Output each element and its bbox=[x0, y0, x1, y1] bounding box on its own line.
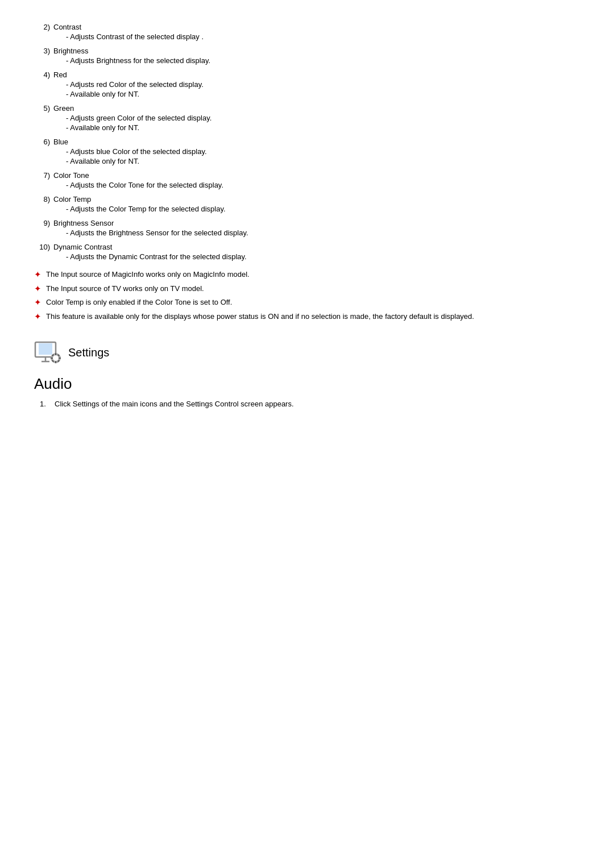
sub-item: - Available only for NT. bbox=[66, 90, 580, 98]
settings-icon bbox=[34, 339, 61, 366]
audio-title: Audio bbox=[34, 375, 580, 393]
step-list: 1.Click Settings of the main icons and t… bbox=[40, 400, 580, 408]
item-title: Green bbox=[53, 104, 74, 113]
sub-item: - Adjusts the Color Temp for the selecte… bbox=[66, 205, 580, 213]
item-title: Color Temp bbox=[53, 195, 91, 203]
item-number: 4) bbox=[34, 70, 50, 79]
note-text: This feature is available only for the d… bbox=[46, 311, 474, 322]
numbered-item: 8)Color Temp- Adjusts the Color Temp for… bbox=[34, 195, 580, 213]
settings-section: Settings Audio 1.Click Settings of the m… bbox=[34, 339, 580, 408]
numbered-item: 2)Contrast- Adjusts Contrast of the sele… bbox=[34, 23, 580, 41]
sub-item: - Adjusts red Color of the selected disp… bbox=[66, 80, 580, 89]
note-text: The Input source of TV works only on TV … bbox=[46, 283, 204, 294]
item-number: 6) bbox=[34, 138, 50, 146]
sub-item: - Adjusts Brightness for the selected di… bbox=[66, 56, 580, 65]
sub-item: - Available only for NT. bbox=[66, 123, 580, 132]
numbered-item: 3)Brightness- Adjusts Brightness for the… bbox=[34, 47, 580, 65]
item-number: 8) bbox=[34, 195, 50, 203]
note-item: ✦The Input source of MagicInfo works onl… bbox=[34, 269, 580, 280]
note-text: The Input source of MagicInfo works only… bbox=[46, 269, 250, 280]
sub-item: - Adjusts green Color of the selected di… bbox=[66, 114, 580, 122]
step-text: Click Settings of the main icons and the… bbox=[55, 400, 294, 408]
item-title: Color Tone bbox=[53, 171, 89, 180]
numbered-item: 7)Color Tone- Adjusts the Color Tone for… bbox=[34, 171, 580, 189]
numbered-item: 9)Brightness Sensor- Adjusts the Brightn… bbox=[34, 219, 580, 237]
sub-item: - Available only for NT. bbox=[66, 157, 580, 165]
step-number: 1. bbox=[40, 400, 51, 408]
audio-section: Audio 1.Click Settings of the main icons… bbox=[34, 375, 580, 408]
note-item: ✦Color Temp is only enabled if the Color… bbox=[34, 297, 580, 308]
sub-item: - Adjusts blue Color of the selected dis… bbox=[66, 147, 580, 156]
svg-rect-6 bbox=[51, 358, 53, 359]
svg-rect-7 bbox=[59, 358, 61, 359]
item-number: 3) bbox=[34, 47, 50, 55]
svg-point-3 bbox=[53, 355, 59, 361]
item-number: 7) bbox=[34, 171, 50, 180]
sub-item: - Adjusts the Brightness Sensor for the … bbox=[66, 229, 580, 237]
star-icon: ✦ bbox=[34, 283, 42, 294]
note-list: ✦The Input source of MagicInfo works onl… bbox=[34, 269, 580, 322]
numbered-item: 4)Red- Adjusts red Color of the selected… bbox=[34, 70, 580, 98]
item-title: Brightness Sensor bbox=[53, 219, 114, 227]
star-icon: ✦ bbox=[34, 311, 42, 322]
item-number: 2) bbox=[34, 23, 50, 31]
svg-rect-1 bbox=[39, 343, 52, 355]
item-number: 5) bbox=[34, 104, 50, 113]
settings-header: Settings bbox=[34, 339, 580, 366]
item-number: 9) bbox=[34, 219, 50, 227]
note-item: ✦This feature is available only for the … bbox=[34, 311, 580, 322]
step-item: 1.Click Settings of the main icons and t… bbox=[40, 400, 580, 408]
numbered-item: 6)Blue- Adjusts blue Color of the select… bbox=[34, 138, 580, 165]
numbered-item: 10)Dynamic Contrast- Adjusts the Dynamic… bbox=[34, 243, 580, 261]
item-title: Red bbox=[53, 70, 67, 79]
settings-title: Settings bbox=[68, 346, 109, 359]
sub-item: - Adjusts the Color Tone for the selecte… bbox=[66, 181, 580, 189]
star-icon: ✦ bbox=[34, 297, 42, 308]
item-title: Dynamic Contrast bbox=[53, 243, 112, 251]
svg-rect-5 bbox=[55, 361, 56, 363]
sub-item: - Adjusts Contrast of the selected displ… bbox=[66, 32, 580, 41]
item-title: Blue bbox=[53, 138, 68, 146]
note-item: ✦The Input source of TV works only on TV… bbox=[34, 283, 580, 294]
star-icon: ✦ bbox=[34, 269, 42, 280]
numbered-item: 5)Green- Adjusts green Color of the sele… bbox=[34, 104, 580, 132]
note-text: Color Temp is only enabled if the Color … bbox=[46, 297, 232, 308]
item-number: 10) bbox=[34, 243, 50, 251]
svg-rect-4 bbox=[55, 353, 56, 355]
numbered-list: 2)Contrast- Adjusts Contrast of the sele… bbox=[34, 23, 580, 261]
sub-item: - Adjusts the Dynamic Contrast for the s… bbox=[66, 252, 580, 261]
item-title: Contrast bbox=[53, 23, 81, 31]
item-title: Brightness bbox=[53, 47, 88, 55]
